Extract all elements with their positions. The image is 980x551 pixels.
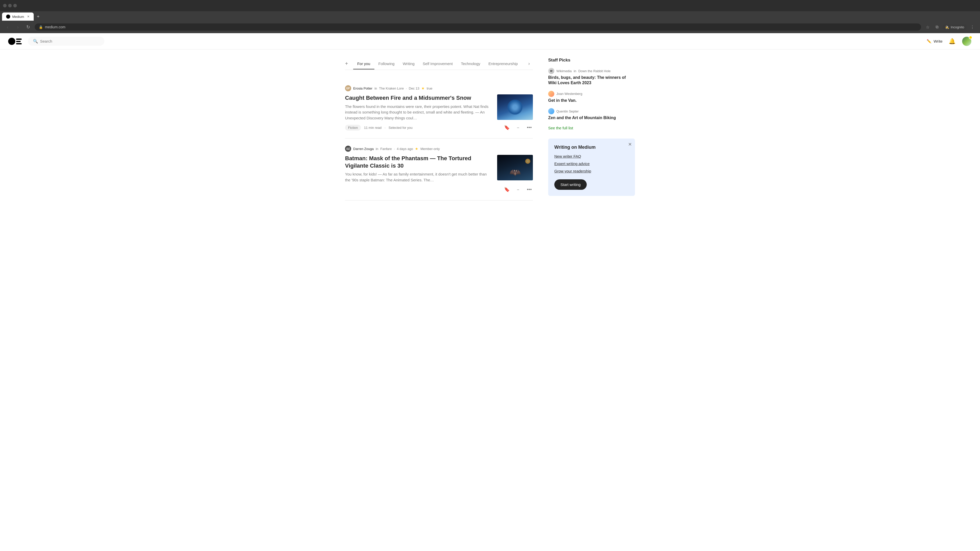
- main-layout: + For you Following Writing Self Improve…: [337, 49, 643, 209]
- back-button[interactable]: ‹: [4, 24, 11, 30]
- url-bar[interactable]: 🔒 medium.com: [35, 24, 921, 30]
- staff-pick-title: Zen and the Art of Mountain Biking: [548, 115, 635, 121]
- tab-close-icon[interactable]: ✕: [27, 15, 30, 18]
- url-text: medium.com: [45, 25, 65, 29]
- hide-article-button[interactable]: －: [514, 124, 522, 131]
- menu-button[interactable]: ⋮: [969, 24, 976, 30]
- tab-title: Medium: [12, 15, 24, 19]
- logo-bars-group: [16, 38, 22, 44]
- member-badge: ★: [415, 147, 418, 151]
- staff-pick-author: Quentin Septer: [548, 108, 635, 114]
- logo-bar-3: [16, 43, 22, 44]
- logo-bar-1: [16, 38, 22, 40]
- sidebar-column: Staff Picks W Wikimedia in Down the Rabb…: [548, 58, 635, 200]
- more-options-button[interactable]: •••: [526, 124, 533, 131]
- write-label: Write: [934, 39, 942, 43]
- reload-button[interactable]: ↻: [24, 24, 32, 30]
- article-tag[interactable]: Fiction: [345, 125, 361, 130]
- more-options-button[interactable]: •••: [526, 186, 533, 193]
- close-button[interactable]: [13, 4, 17, 7]
- article-card: EP Erosia Potter in The Kraken Lore · De…: [345, 78, 533, 138]
- tab-entrepreneurship[interactable]: Entrepreneurship: [484, 59, 522, 69]
- forward-button[interactable]: ›: [14, 24, 21, 30]
- staff-picks-title: Staff Picks: [548, 58, 635, 63]
- staff-author-publication: Down the Rabbit Hole: [578, 69, 611, 73]
- tab-technology[interactable]: Technology: [457, 59, 484, 69]
- article-title[interactable]: Caught Between Fire and a Midsummer's Sn…: [345, 94, 491, 102]
- article-publication[interactable]: The Kraken Lore: [379, 86, 404, 90]
- author-name[interactable]: Erosia Potter: [353, 86, 372, 90]
- staff-author-name: Quentin Septer: [556, 110, 579, 113]
- maximize-button[interactable]: [8, 4, 12, 7]
- article-thumbnail[interactable]: [497, 94, 533, 120]
- author-avatar: EP: [345, 85, 351, 91]
- selected-label: Selected for you: [389, 126, 413, 130]
- article-publication[interactable]: Fanfare: [380, 147, 392, 151]
- medium-logo[interactable]: [8, 38, 22, 45]
- article-content: Caught Between Fire and a Midsummer's Sn…: [345, 94, 533, 121]
- staff-pick-author: Joan Westenberg: [548, 91, 635, 97]
- staff-pick-item[interactable]: Quentin Septer Zen and the Art of Mounta…: [548, 108, 635, 121]
- incognito-badge: 🕵 Incognito: [942, 24, 967, 30]
- writing-card-title: Writing on Medium: [554, 144, 629, 150]
- article-actions: 🔖 － •••: [503, 186, 533, 193]
- bookmark-article-button[interactable]: 🔖: [503, 124, 511, 131]
- bookmark-article-button[interactable]: 🔖: [503, 186, 511, 193]
- writing-card-link-3[interactable]: Grow your readership: [554, 169, 629, 173]
- article-date: 4 days ago: [397, 147, 413, 151]
- staff-picks-section: Staff Picks W Wikimedia in Down the Rabb…: [548, 58, 635, 130]
- minimize-button[interactable]: [3, 4, 6, 7]
- tabs-row: + For you Following Writing Self Improve…: [345, 58, 533, 70]
- write-button[interactable]: ✏️ Write: [927, 39, 942, 44]
- article-excerpt: The flowers found in the mountains were …: [345, 104, 491, 121]
- window-controls: [3, 4, 17, 7]
- tab-following[interactable]: Following: [374, 59, 399, 69]
- staff-pick-item[interactable]: W Wikimedia in Down the Rabbit Hole Bird…: [548, 68, 635, 86]
- incognito-label: Incognito: [951, 25, 964, 29]
- tab-self-improvement[interactable]: Self Improvement: [418, 59, 457, 69]
- search-icon: 🔍: [33, 39, 38, 44]
- new-tab-button[interactable]: +: [35, 14, 41, 19]
- article-text: Caught Between Fire and a Midsummer's Sn…: [345, 94, 491, 121]
- medium-header: 🔍 Search ✏️ Write 🔔: [0, 33, 980, 49]
- article-thumbnail[interactable]: 🦇: [497, 155, 533, 180]
- write-icon: ✏️: [927, 39, 932, 44]
- user-avatar-wrap[interactable]: [962, 36, 972, 46]
- author-name[interactable]: Darren Zouga: [353, 147, 374, 151]
- batman-icon: 🦇: [509, 167, 521, 178]
- browser-title-bar: [0, 0, 980, 11]
- bookmark-button[interactable]: ☆: [924, 24, 931, 30]
- article-title[interactable]: Batman: Mask of the Phantasm — The Tortu…: [345, 155, 491, 169]
- tab-bar: Medium ✕ +: [0, 11, 980, 21]
- logo-circle: [8, 38, 15, 45]
- incognito-icon: 🕵: [945, 25, 949, 29]
- logo-bar-2: [16, 41, 21, 42]
- staff-author-name: Wikimedia: [556, 69, 572, 73]
- staff-pick-title: Birds, bugs, and beauty: The winners of …: [548, 75, 635, 86]
- extension-button[interactable]: ⧉: [933, 24, 940, 30]
- tab-for-you[interactable]: For you: [353, 59, 374, 69]
- see-full-list-button[interactable]: See the full list: [548, 126, 573, 130]
- member-label: Member-only: [420, 147, 440, 151]
- writing-card-close-button[interactable]: ✕: [628, 141, 632, 147]
- add-topic-button[interactable]: +: [345, 58, 351, 70]
- author-avatar: DZ: [345, 146, 351, 152]
- staff-pick-item[interactable]: Joan Westenberg Get in the Van.: [548, 91, 635, 103]
- member-label: true: [427, 86, 432, 90]
- notification-button[interactable]: 🔔: [948, 38, 956, 44]
- tabs-scroll-right[interactable]: ›: [525, 58, 533, 69]
- secure-icon: 🔒: [39, 25, 43, 29]
- active-tab[interactable]: Medium ✕: [2, 13, 34, 21]
- header-right: ✏️ Write 🔔: [927, 36, 972, 46]
- staff-author-name: Joan Westenberg: [556, 92, 582, 96]
- start-writing-button[interactable]: Start writing: [554, 179, 587, 190]
- search-box[interactable]: 🔍 Search: [28, 37, 104, 46]
- writing-card-link-2[interactable]: Expert writing advice: [554, 162, 629, 166]
- article-actions: 🔖 － •••: [503, 124, 533, 131]
- hide-article-button[interactable]: －: [514, 186, 522, 193]
- search-placeholder: Search: [40, 39, 52, 43]
- writing-card-link-1[interactable]: New writer FAQ: [554, 154, 629, 159]
- member-badge: ★: [422, 86, 425, 90]
- article-meta: EP Erosia Potter in The Kraken Lore · De…: [345, 85, 533, 91]
- tab-writing[interactable]: Writing: [399, 59, 418, 69]
